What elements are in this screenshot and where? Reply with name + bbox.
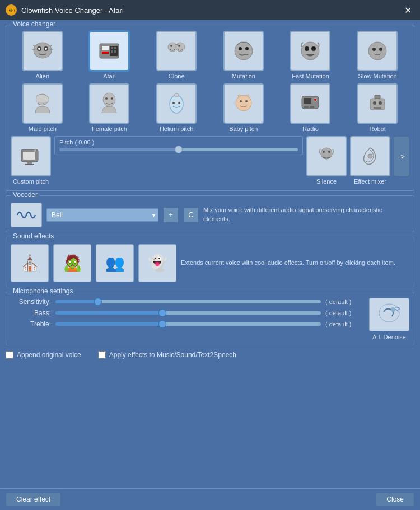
- voice-changer-label: Voice changer: [11, 20, 58, 28]
- svg-rect-49: [374, 107, 381, 109]
- svg-rect-10: [114, 47, 116, 49]
- sensitivity-default: ( default ): [325, 298, 365, 305]
- svg-point-36: [178, 102, 180, 104]
- voice-label-baby-pitch: Baby pitch: [229, 125, 258, 133]
- voice-item-robot[interactable]: Robot: [346, 83, 409, 133]
- svg-rect-6: [102, 46, 109, 50]
- arrow-button[interactable]: ->: [394, 136, 409, 176]
- voice-label-atari: Atari: [103, 73, 116, 80]
- voice-item-baby-pitch[interactable]: Baby pitch: [212, 83, 276, 133]
- pitch-value-label: Pitch ( 0.00 ): [59, 139, 298, 146]
- svg-point-48: [379, 101, 382, 105]
- effect-church-icon[interactable]: ⛪: [11, 244, 49, 282]
- svg-point-31: [111, 97, 113, 100]
- svg-rect-41: [304, 98, 311, 104]
- window-close-button[interactable]: ✕: [401, 3, 414, 17]
- voice-label-clone: Clone: [169, 73, 185, 80]
- mic-settings-group: Microphone settings Sensitivity: ( defau…: [6, 292, 414, 345]
- bass-label: Bass:: [11, 309, 51, 317]
- clear-effect-button[interactable]: Clear effect: [6, 492, 61, 507]
- svg-point-27: [379, 48, 382, 51]
- voice-icon-atari: [89, 31, 129, 71]
- titlebar: 🐠 Clownfish Voice Changer - Atari ✕: [0, 0, 420, 20]
- custom-pitch-row: Custom pitch Pitch ( 0.00 ): [11, 136, 409, 185]
- svg-point-57: [34, 149, 36, 152]
- svg-point-17: [178, 45, 180, 47]
- voice-item-male-pitch[interactable]: Male pitch: [11, 83, 74, 133]
- svg-rect-11: [111, 50, 113, 53]
- effect-monster-icon[interactable]: 🧟: [53, 244, 91, 282]
- effect-mixer-item[interactable]: Effect mixer: [350, 136, 390, 185]
- vocoder-label: Vocoder: [11, 191, 40, 199]
- pitch-slider[interactable]: [59, 148, 298, 151]
- append-voice-checkbox[interactable]: [6, 351, 13, 359]
- svg-rect-44: [304, 106, 309, 108]
- voice-item-radio[interactable]: Radio: [279, 83, 343, 133]
- svg-point-25: [368, 42, 386, 60]
- voice-label-alien: Alien: [36, 73, 49, 80]
- sound-effects-row: ⛪ 🧟 👥 👻 Extends current voice with cool …: [11, 244, 409, 282]
- vocoder-add-button[interactable]: +: [163, 207, 179, 223]
- voice-label-radio: Radio: [302, 125, 319, 133]
- close-button[interactable]: Close: [376, 492, 414, 507]
- right-icons: Silence Effect mixer ->: [306, 136, 409, 185]
- treble-slider[interactable]: [55, 322, 321, 326]
- svg-rect-56: [25, 164, 34, 165]
- svg-rect-12: [114, 50, 116, 53]
- custom-pitch-label: Custom pitch: [13, 178, 49, 185]
- apply-effects-label: Apply effects to Music/Sound/Text2Speech: [109, 351, 236, 359]
- svg-rect-45: [310, 106, 314, 108]
- voice-icon-slow-mutation: [357, 31, 398, 71]
- svg-point-62: [379, 304, 399, 322]
- svg-rect-55: [27, 162, 32, 164]
- append-voice-checkbox-row[interactable]: Append original voice: [6, 351, 81, 359]
- treble-row: Treble: ( default ): [11, 320, 365, 328]
- window-title: Clownfish Voice Changer - Atari: [21, 6, 124, 15]
- svg-point-0: [34, 43, 52, 58]
- voice-label-male-pitch: Male pitch: [29, 125, 57, 133]
- voice-label-female-pitch: Female pitch: [92, 125, 127, 133]
- app-icon: 🐠: [6, 4, 17, 16]
- voice-item-alien[interactable]: Alien: [11, 31, 74, 80]
- voice-label-mutation: Mutation: [232, 73, 255, 80]
- voice-item-slow-mutation[interactable]: Slow Mutation: [346, 31, 409, 80]
- voice-item-mutation[interactable]: Mutation: [212, 31, 276, 80]
- voice-icon-alien: [22, 31, 63, 71]
- apply-effects-checkbox[interactable]: [98, 351, 106, 359]
- voice-label-slow-mutation: Slow Mutation: [358, 73, 397, 80]
- effect-mixer-icon: [350, 136, 390, 176]
- voice-item-helium-pitch[interactable]: Helium pitch: [144, 83, 208, 133]
- vocoder-select[interactable]: Bell Choir Flute Guitar: [46, 208, 158, 222]
- voice-icon-mutation: [223, 31, 264, 71]
- silence-item[interactable]: Silence: [306, 136, 347, 185]
- main-window: 🐠 Clownfish Voice Changer - Atari ✕ Voic…: [0, 0, 420, 510]
- svg-point-16: [170, 45, 172, 47]
- svg-point-30: [105, 97, 108, 100]
- sensitivity-slider[interactable]: [55, 300, 321, 303]
- svg-point-35: [172, 102, 175, 104]
- apply-effects-checkbox-row[interactable]: Apply effects to Music/Sound/Text2Speech: [98, 351, 236, 359]
- vocoder-desc: Mix your voice with different audio sign…: [203, 206, 409, 223]
- bass-slider[interactable]: [55, 311, 321, 315]
- vocoder-select-wrapper: Bell Choir Flute Guitar: [46, 208, 158, 222]
- denoise-section: A.I. Denoise: [369, 298, 409, 340]
- svg-point-38: [240, 100, 242, 102]
- svg-point-26: [372, 48, 376, 51]
- svg-point-22: [301, 42, 319, 60]
- silence-icon: [306, 136, 347, 176]
- vocoder-group: Vocoder Bell Choir Flute Guitar + C: [6, 195, 414, 232]
- bass-default: ( default ): [325, 310, 365, 316]
- voice-item-fast-mutation[interactable]: Fast Mutation: [279, 31, 343, 80]
- sensitivity-label: Sensitivity:: [11, 298, 51, 306]
- effect-crowd-icon[interactable]: 👥: [96, 244, 134, 282]
- denoise-icon[interactable]: [369, 298, 409, 331]
- custom-pitch-icon: [11, 136, 51, 176]
- bass-row: Bass: ( default ): [11, 309, 365, 317]
- effect-ghost-icon[interactable]: 👻: [138, 244, 176, 282]
- voice-item-clone[interactable]: Clone: [144, 31, 208, 80]
- custom-pitch-item[interactable]: Custom pitch: [11, 136, 51, 185]
- vocoder-clear-button[interactable]: C: [183, 207, 199, 223]
- voice-item-female-pitch[interactable]: Female pitch: [78, 83, 142, 133]
- svg-point-63: [391, 307, 395, 312]
- voice-item-atari[interactable]: Atari: [78, 31, 142, 80]
